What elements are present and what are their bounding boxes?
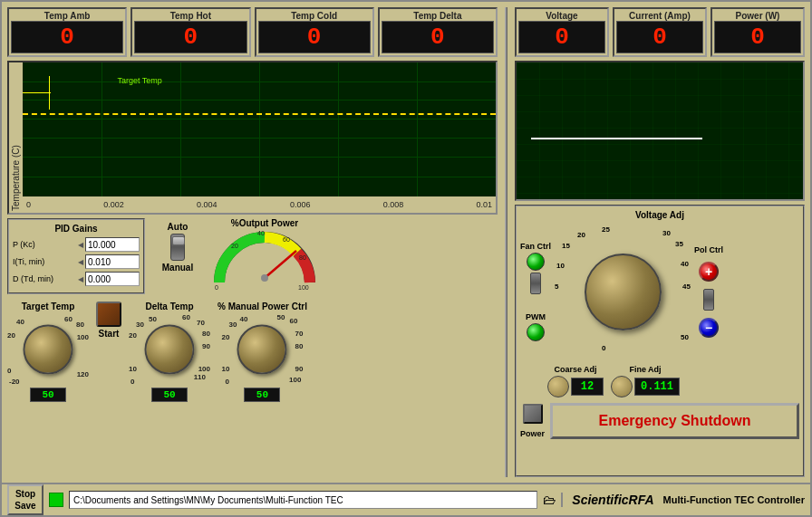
delta-temp-title: Delta Temp — [145, 302, 193, 311]
right-chart-svg — [517, 62, 803, 199]
right-chart-line — [531, 138, 703, 139]
meter-temp-amb: Temp Amb 0 — [7, 7, 127, 57]
power-meter-box: %Output Power — [210, 218, 319, 292]
pol-ctrl-label: Pol Ctrl — [694, 245, 723, 254]
knobs-row: Target Temp -20 0 20 40 60 80 100 120 50 — [7, 298, 498, 406]
power-meter-label: %Output Power — [231, 218, 298, 228]
pid-p-arrow: ◀ — [78, 241, 83, 249]
coarse-adj-knob[interactable] — [547, 376, 569, 397]
chart-y-label: Temperature (C) — [9, 62, 23, 213]
meter-temp-cold-label: Temp Cold — [258, 11, 371, 21]
manual-power-scale: 0 10 20 30 40 50 60 70 80 90 100 — [221, 313, 303, 386]
file-path-display: C:\Documents and Settings\MN\My Document… — [69, 491, 537, 509]
pol-ctrl-plus-btn[interactable]: + — [699, 262, 719, 282]
delta-temp-knob-group: Delta Temp 0 10 20 30 50 60 70 80 90 100… — [129, 302, 210, 402]
manual-power-knob[interactable] — [237, 325, 287, 375]
status-indicator — [49, 493, 63, 507]
manual-power-value: 50 — [244, 388, 280, 402]
pwm-group: PWM — [526, 312, 546, 341]
fine-adj-label: Fine Adj — [629, 365, 661, 374]
pol-ctrl-col: Pol Ctrl + − — [694, 245, 723, 338]
start-section: Start — [96, 302, 121, 357]
power-button[interactable] — [523, 404, 543, 424]
right-chart — [515, 61, 805, 201]
svg-text:100: 100 — [298, 284, 309, 291]
pid-d-input[interactable] — [85, 272, 140, 286]
pwm-label: PWM — [526, 312, 546, 321]
coarse-adj-label: Coarse Adj — [554, 365, 596, 374]
meter-current-value: 0 — [616, 21, 703, 53]
power-bottom: Power — [520, 404, 545, 438]
meter-power-value: 0 — [714, 21, 801, 53]
main-container: Temp Amb 0 Temp Hot 0 Temp Cold 0 Temp D… — [0, 0, 812, 517]
delta-temp-knob[interactable] — [145, 325, 195, 375]
right-meters-row: Voltage 0 Current (Amp) 0 Power (W) 0 — [515, 7, 805, 57]
fan-ctrl-toggle[interactable] — [530, 273, 541, 294]
brand-section: ScientificRFA Multi-Function TEC Control… — [561, 493, 805, 507]
pid-i-label: I(Ti, min) — [13, 257, 76, 266]
pid-d-arrow: ◀ — [78, 275, 83, 283]
auto-manual-toggle[interactable] — [170, 234, 185, 261]
pol-ctrl-toggle[interactable] — [703, 289, 714, 311]
svg-text:80: 80 — [299, 254, 306, 261]
pid-d-row: D (Td, min) ◀ — [13, 272, 140, 286]
target-temp-title: Target Temp — [22, 302, 75, 311]
emergency-shutdown-button[interactable]: Emergency Shutdown — [550, 403, 799, 439]
left-panel: Temp Amb 0 Temp Hot 0 Temp Cold 0 Temp D… — [7, 7, 498, 477]
bottom-bar: Stop Save C:\Documents and Settings\MN\M… — [2, 483, 810, 515]
target-temp-value: 50 — [30, 388, 66, 402]
target-temp-scale: -20 0 20 40 60 80 100 120 — [7, 313, 89, 386]
pid-i-input[interactable] — [85, 254, 140, 269]
stop-save-button[interactable]: Stop Save — [7, 484, 44, 515]
svg-text:20: 20 — [231, 243, 238, 249]
coarse-adj-group: Coarse Adj 12 — [547, 365, 604, 397]
folder-icon[interactable]: 🗁 — [543, 493, 556, 507]
temp-chart: Temperature (C) — [7, 61, 498, 215]
meter-temp-cold-value: 0 — [258, 21, 371, 53]
panel-divider — [505, 7, 508, 477]
toggle-knob — [172, 236, 185, 245]
meter-power-label: Power (W) — [714, 11, 801, 21]
svg-text:0: 0 — [215, 284, 218, 291]
pid-i-row: I(Ti, min) ◀ — [13, 254, 140, 269]
auto-label: Auto — [168, 222, 188, 232]
meter-temp-amb-label: Temp Amb — [11, 11, 123, 21]
start-button[interactable] — [96, 302, 121, 327]
power-label: Power — [520, 429, 545, 438]
fan-pwm-col: Fan Ctrl PWM — [520, 242, 551, 341]
fine-adj-knob[interactable] — [611, 376, 633, 397]
meter-voltage-value: 0 — [518, 21, 605, 53]
svg-point-1 — [261, 274, 268, 282]
target-temp-label: Target Temp — [117, 76, 161, 85]
gauge-svg: 0 20 40 60 80 100 — [210, 228, 319, 292]
target-temp-knob[interactable] — [24, 325, 73, 375]
pid-p-input[interactable] — [85, 237, 140, 252]
meter-temp-hot-label: Temp Hot — [134, 11, 246, 21]
fan-ctrl-led[interactable] — [527, 253, 545, 271]
file-path-text: C:\Documents and Settings\MN\My Document… — [73, 495, 343, 505]
top-section: Temp Amb 0 Temp Hot 0 Temp Cold 0 Temp D… — [2, 2, 810, 483]
chart-x-axis: 0 0.002 0.004 0.006 0.008 0.01 — [23, 196, 496, 213]
meter-current: Current (Amp) 0 — [613, 7, 707, 57]
meter-voltage: Voltage 0 — [515, 7, 609, 57]
brand-name: ScientificRFA — [572, 493, 653, 507]
voltage-adj-main: Fan Ctrl PWM 10 15 — [520, 224, 799, 359]
fine-adj-group: Fine Adj 0.111 — [611, 365, 680, 397]
meter-temp-amb-value: 0 — [11, 21, 123, 53]
voltage-adj-knob[interactable] — [585, 254, 662, 330]
meter-temp-hot-value: 0 — [134, 21, 246, 53]
chart-canvas: Target Temp 100 80 60 40 20 0 -20 — [23, 62, 496, 196]
meter-current-label: Current (Amp) — [616, 11, 703, 21]
pid-p-label: P (Kc) — [13, 240, 76, 249]
meter-voltage-label: Voltage — [518, 11, 605, 21]
target-temp-knob-group: Target Temp -20 0 20 40 60 80 100 120 50 — [7, 302, 89, 402]
right-panel: Voltage 0 Current (Amp) 0 Power (W) 0 — [515, 7, 805, 477]
fine-adj-value: 0.111 — [634, 378, 680, 396]
meter-temp-delta-label: Temp Delta — [382, 11, 494, 21]
pol-ctrl-minus-btn[interactable]: − — [699, 318, 719, 338]
auto-manual-switch: Auto Manual — [150, 218, 205, 273]
voltage-adj-title: Voltage Adj — [520, 210, 799, 220]
gauge-container: 0 20 40 60 80 100 — [210, 228, 319, 292]
fan-ctrl-label: Fan Ctrl — [520, 242, 551, 251]
pwm-led[interactable] — [527, 323, 545, 341]
